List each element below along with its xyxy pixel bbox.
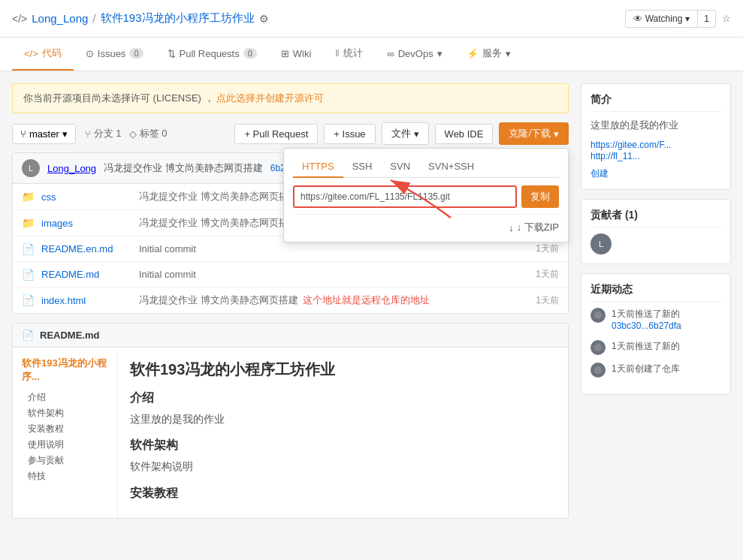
tab-code[interactable]: </> 代码: [12, 38, 74, 71]
file-name-link[interactable]: README.en.md: [41, 243, 131, 254]
branches-link[interactable]: ⑂ 分支 1: [85, 127, 122, 140]
meta-info: ⑂ 分支 1 ◇ 标签 0: [85, 127, 168, 140]
license-text: 你当前开源项目尚未选择许可 (LICENSE) ，: [23, 92, 214, 104]
file-button[interactable]: 文件 ▾: [382, 122, 429, 145]
readme-section: 📄 README.md 软件193冯龙的小程序... 介绍 软件架构 安装教程 …: [12, 323, 569, 519]
download-label: ↓ 下载ZIP: [517, 221, 559, 234]
toc-item[interactable]: 使用说明: [22, 437, 108, 453]
activity-item: 1天前推送了新的: [590, 340, 721, 355]
clone-tabs: HTTPS SSH SVN SVN+SSH: [293, 156, 559, 178]
sidebar-activity-title: 近期动态: [590, 283, 721, 302]
readme-arch-heading: 软件架构: [130, 438, 556, 453]
readme-content: 软件193冯龙的小程序工坊作业 介绍 这里放的是我的作业 软件架构 软件架构说明…: [118, 348, 568, 518]
main-container: 你当前开源项目尚未选择许可 (LICENSE) ， 点此选择并创建开源许可 ⑂ …: [0, 71, 743, 531]
file-label: 文件: [391, 127, 411, 140]
sidebar-link-1[interactable]: https://gitee.com/F...: [590, 140, 671, 150]
readme-intro-heading: 介绍: [130, 390, 556, 406]
clone-url-input[interactable]: [293, 185, 517, 208]
stats-tab-label: 统计: [343, 47, 363, 60]
watch-label: Watching: [645, 14, 683, 24]
copy-button[interactable]: 复制: [521, 185, 559, 208]
file-md-icon: 📄: [22, 243, 34, 255]
file-chevron: ▾: [414, 128, 419, 140]
license-banner: 你当前开源项目尚未选择许可 (LICENSE) ， 点此选择并创建开源许可: [12, 83, 569, 113]
toc-item[interactable]: 安装教程: [22, 421, 108, 437]
file-name-link[interactable]: css: [41, 191, 131, 203]
issue-button[interactable]: + Issue: [324, 124, 375, 144]
file-commit-message: Initial commit: [139, 243, 528, 254]
folder-icon: 📁: [22, 217, 34, 229]
issues-tab-label: Issues: [98, 48, 126, 59]
code-tab-icon: </>: [24, 48, 38, 59]
tab-stats[interactable]: ⫴ 统计: [323, 38, 375, 71]
toc-item[interactable]: 特技: [22, 468, 108, 484]
repo-name-link[interactable]: 软件193冯龙的小程序工坊作业: [101, 11, 255, 26]
file-md-icon: 📄: [22, 269, 34, 281]
services-chevron: ▾: [506, 48, 511, 59]
clone-tab-https[interactable]: HTTPS: [293, 156, 343, 178]
issues-badge: 0: [129, 48, 143, 59]
file-row: 📄 README.md Initial commit 1天前: [13, 262, 568, 288]
header-right: 👁 Watching ▾ 1 ☆: [625, 10, 731, 28]
readme-toc: 软件193冯龙的小程序... 介绍 软件架构 安装教程 使用说明 参与贡献 特技: [13, 348, 118, 518]
clone-tab-ssh[interactable]: SSH: [343, 156, 382, 178]
sidebar-intro-section: 简介 这里放的是我的作业 https://gitee.com/F... http…: [581, 83, 731, 190]
breadcrumb-slash: /: [92, 12, 95, 25]
readme-file-icon: 📄: [22, 330, 34, 341]
wiki-tab-label: Wiki: [293, 48, 312, 59]
toc-item[interactable]: 介绍: [22, 390, 108, 405]
tab-wiki[interactable]: ⊞ Wiki: [269, 38, 324, 71]
clone-tab-svn[interactable]: SVN: [381, 156, 419, 178]
tab-devops[interactable]: ∞ DevOps ▾: [375, 38, 454, 71]
tags-link[interactable]: ◇ 标签 0: [129, 127, 168, 140]
watch-count[interactable]: 1: [698, 11, 715, 27]
tab-issues[interactable]: ⊙ Issues 0: [74, 38, 156, 71]
watch-button[interactable]: 👁 Watching ▾ 1: [625, 10, 716, 28]
toc-item[interactable]: 参与贡献: [22, 453, 108, 468]
settings-icon[interactable]: ⚙: [259, 13, 269, 25]
tab-services[interactable]: ⚡ 服务 ▾: [455, 38, 523, 71]
webide-button[interactable]: Web IDE: [435, 124, 494, 144]
toc-item[interactable]: 软件架构: [22, 405, 108, 421]
activity-push-icon: [590, 308, 606, 323]
folder-icon: 📁: [22, 191, 34, 203]
branch-icon: ⑂: [20, 128, 26, 140]
clone-button[interactable]: 克隆/下载 ▾: [499, 122, 569, 145]
commit-message: 冯龙提交作业 博文尚美静态网页搭建: [104, 161, 263, 175]
branch-selector[interactable]: ⑂ master ▾: [12, 124, 76, 144]
download-icon: ↓: [509, 222, 514, 233]
owner-link[interactable]: Long_Long: [32, 12, 88, 25]
contributor-avatar[interactable]: L: [590, 233, 612, 254]
activity-item: 1天前推送了新的 03bc30...6b27dfa: [590, 308, 721, 333]
download-zip-link[interactable]: ↓ ↓ 下载ZIP: [509, 221, 559, 234]
license-link[interactable]: 点此选择并创建开源许可: [216, 92, 324, 104]
file-name-link[interactable]: index.html: [41, 295, 131, 306]
activity-text: 1天前推送了新的 03bc30...6b27dfa: [612, 308, 721, 333]
branches-count: 分支 1: [94, 127, 122, 140]
sidebar-create-link[interactable]: 创建: [590, 168, 609, 179]
file-name-link[interactable]: images: [41, 218, 131, 229]
file-row: 📄 index.html 冯龙提交作业 博文尚美静态网页搭建 这个地址就是远程仓…: [13, 288, 568, 313]
sidebar-contributors-section: 贡献者 (1) L: [581, 199, 731, 264]
repo-breadcrumb: Long_Long / 软件193冯龙的小程序工坊作业: [32, 11, 254, 26]
commit-author-link[interactable]: Long_Long: [47, 163, 96, 174]
activity-item: 1天前创建了仓库: [590, 363, 721, 378]
stats-tab-icon: ⫴: [335, 47, 340, 59]
sidebar-link-2[interactable]: http://fl_11...: [590, 151, 640, 161]
star-icon[interactable]: ☆: [722, 13, 731, 24]
file-name-link[interactable]: README.md: [41, 269, 131, 280]
file-time: 1天前: [536, 294, 559, 307]
repo-toolbar: ⑂ master ▾ ⑂ 分支 1 ◇ 标签 0 + Pull Request: [12, 122, 569, 145]
activity-link[interactable]: 03bc30...6b27dfa: [612, 321, 681, 331]
tab-pull-requests[interactable]: ⇅ Pull Requests 0: [156, 38, 269, 71]
branch-meta-icon: ⑂: [85, 128, 91, 140]
contributors-list: L: [590, 233, 721, 254]
pull-request-button[interactable]: + Pull Request: [234, 124, 318, 144]
devops-chevron: ▾: [437, 48, 442, 59]
file-time: 1天前: [536, 268, 559, 281]
clone-tab-svnplusssh[interactable]: SVN+SSH: [419, 156, 483, 178]
watch-main[interactable]: 👁 Watching ▾: [626, 11, 699, 27]
sidebar-contributors-title: 贡献者 (1): [590, 209, 721, 227]
readme-title: README.md: [40, 330, 99, 341]
sidebar-activity-section: 近期动态 1天前推送了新的 03bc30...6b27dfa 1天前推送了新的: [581, 273, 731, 396]
